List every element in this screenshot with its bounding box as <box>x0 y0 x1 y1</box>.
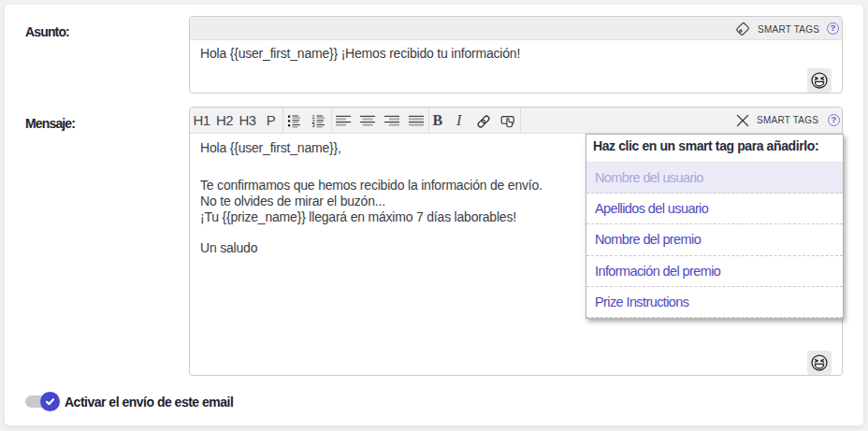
svg-text:3: 3 <box>312 122 315 128</box>
